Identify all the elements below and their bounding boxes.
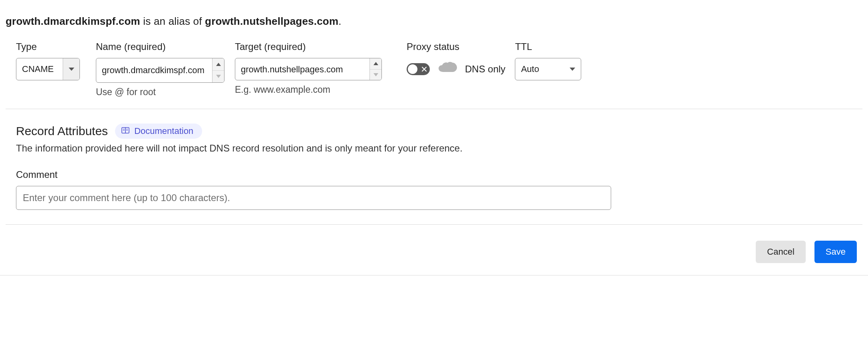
- documentation-label: Documentation: [134, 126, 193, 136]
- svg-marker-4: [373, 73, 378, 76]
- ttl-select[interactable]: Auto: [515, 58, 581, 80]
- summary-middle: is an alias of: [140, 15, 205, 27]
- svg-marker-2: [216, 75, 221, 78]
- type-label: Type: [16, 41, 96, 52]
- proxy-toggle[interactable]: [407, 63, 430, 75]
- divider: [0, 275, 868, 275]
- ttl-value: Auto: [515, 58, 564, 80]
- name-stepper-up[interactable]: [213, 58, 224, 71]
- comment-input[interactable]: [16, 186, 611, 210]
- record-attributes-title: Record Attributes: [16, 124, 108, 138]
- svg-marker-0: [69, 68, 74, 71]
- svg-marker-5: [570, 68, 575, 71]
- target-stepper-up[interactable]: [370, 58, 381, 70]
- documentation-link[interactable]: Documentation: [115, 124, 202, 139]
- name-stepper-down[interactable]: [213, 71, 224, 83]
- book-icon: [121, 126, 129, 136]
- target-value: growth.nutshellpages.com: [235, 58, 369, 80]
- ttl-label: TTL: [515, 41, 581, 52]
- chevron-down-icon[interactable]: [63, 58, 79, 80]
- toggle-knob: [408, 64, 417, 74]
- save-button[interactable]: Save: [814, 241, 857, 263]
- type-select[interactable]: CNAME: [16, 58, 80, 80]
- target-stepper-down[interactable]: [370, 70, 381, 80]
- type-value: CNAME: [16, 58, 63, 80]
- target-label: Target (required): [235, 41, 395, 52]
- comment-label: Comment: [16, 169, 862, 180]
- proxy-label: Proxy status: [407, 41, 505, 52]
- chevron-down-icon[interactable]: [564, 58, 581, 80]
- name-label: Name (required): [96, 41, 235, 52]
- record-attributes-description: The information provided here will not i…: [16, 143, 862, 154]
- summary-target: growth.nutshellpages.com: [205, 15, 338, 27]
- summary-trailing: .: [338, 15, 341, 27]
- target-input[interactable]: growth.nutshellpages.com: [235, 58, 382, 80]
- alias-summary: growth.dmarcdkimspf.com is an alias of g…: [6, 15, 862, 28]
- name-value: growth.dmarcdkimspf.com: [96, 58, 212, 82]
- svg-marker-3: [373, 62, 378, 65]
- svg-marker-1: [216, 63, 221, 66]
- name-input[interactable]: growth.dmarcdkimspf.com: [96, 58, 224, 83]
- cloud-icon: [437, 62, 458, 77]
- name-helper: Use @ for root: [96, 87, 235, 98]
- x-icon: [422, 67, 427, 72]
- target-helper: E.g. www.example.com: [235, 84, 395, 95]
- cancel-button[interactable]: Cancel: [756, 241, 805, 263]
- summary-source: growth.dmarcdkimspf.com: [6, 15, 140, 27]
- proxy-status-text: DNS only: [465, 64, 505, 75]
